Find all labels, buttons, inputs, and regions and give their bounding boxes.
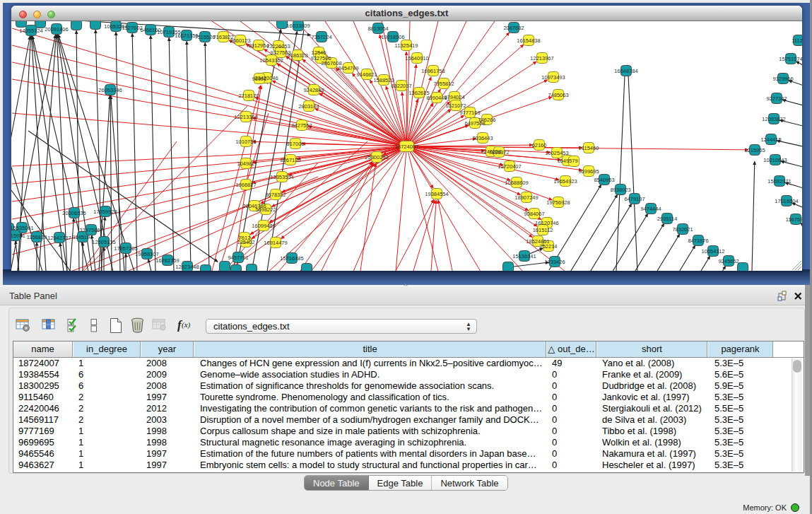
svg-text:18907249: 18907249 <box>514 194 538 201</box>
svg-text:12213967: 12213967 <box>530 55 553 62</box>
svg-text:5698222: 5698222 <box>255 206 276 213</box>
svg-text:15751074: 15751074 <box>779 56 802 62</box>
svg-text:20206535: 20206535 <box>62 210 86 216</box>
svg-text:1010755: 1010755 <box>235 139 256 145</box>
svg-text:15692971: 15692971 <box>767 178 791 185</box>
svg-text:12213369: 12213369 <box>234 114 257 120</box>
svg-text:18724007: 18724007 <box>395 144 418 150</box>
svg-text:8267130: 8267130 <box>280 157 300 163</box>
svg-text:16961758: 16961758 <box>421 68 445 74</box>
svg-text:15720407: 15720407 <box>498 163 521 170</box>
svg-text:2803144: 2803144 <box>298 103 319 110</box>
svg-text:1527602: 1527602 <box>122 25 142 31</box>
svg-text:25300293: 25300293 <box>365 154 388 160</box>
svg-text:11325419: 11325419 <box>395 42 418 49</box>
svg-text:26053346: 26053346 <box>98 87 122 93</box>
svg-text:19384554: 19384554 <box>425 191 448 197</box>
svg-text:9242848: 9242848 <box>303 87 324 93</box>
svg-text:16782759: 16782759 <box>155 257 179 264</box>
svg-text:12505135: 12505135 <box>92 239 115 245</box>
svg-text:17359928: 17359928 <box>93 209 117 215</box>
svg-text:15640910: 15640910 <box>405 55 428 62</box>
svg-text:12923448: 12923448 <box>175 264 199 270</box>
svg-text:10543362: 10543362 <box>259 57 283 64</box>
svg-text:14055724: 14055724 <box>19 28 42 34</box>
svg-text:8215955: 8215955 <box>744 147 765 153</box>
svg-text:6479197: 6479197 <box>624 196 645 202</box>
svg-text:10654112: 10654112 <box>702 248 725 255</box>
svg-text:9329966: 9329966 <box>772 76 793 82</box>
svg-text:7357224: 7357224 <box>311 34 331 40</box>
svg-text:9457791: 9457791 <box>228 255 248 261</box>
svg-text:8471676: 8471676 <box>688 238 708 244</box>
svg-text:8678332: 8678332 <box>265 192 286 198</box>
svg-text:13353594: 13353594 <box>270 174 293 180</box>
svg-text:7485063: 7485063 <box>548 92 568 98</box>
svg-text:7612: 7612 <box>239 235 251 241</box>
svg-text:2087682: 2087682 <box>503 25 524 31</box>
svg-text:1156829: 1156829 <box>27 234 47 240</box>
svg-text:17016504: 17016504 <box>775 198 798 204</box>
svg-text:1145194: 1145194 <box>73 234 93 240</box>
svg-text:7515526: 7515526 <box>194 34 215 40</box>
svg-text:9084067: 9084067 <box>524 211 544 217</box>
svg-text:252214: 252214 <box>539 243 557 250</box>
svg-text:7886372: 7886372 <box>488 149 509 156</box>
svg-text:7955812: 7955812 <box>433 81 454 87</box>
svg-text:16914479: 16914479 <box>264 240 287 246</box>
svg-text:9699695: 9699695 <box>578 168 599 175</box>
svg-text:16154838: 16154838 <box>517 37 540 44</box>
svg-text:11123: 11123 <box>792 37 802 44</box>
svg-text:12093872: 12093872 <box>762 116 785 122</box>
svg-text:8813054: 8813054 <box>367 25 388 32</box>
svg-text:8454749: 8454749 <box>338 65 358 71</box>
svg-text:8660123: 8660123 <box>230 37 250 44</box>
svg-text:10688609: 10688609 <box>505 180 528 186</box>
svg-text:16033809: 16033809 <box>286 23 310 29</box>
svg-text:62160: 62160 <box>532 142 547 148</box>
svg-text:9777169: 9777169 <box>459 110 480 116</box>
svg-text:1615112: 1615112 <box>533 227 553 233</box>
svg-text:8912954: 8912954 <box>248 42 269 49</box>
svg-text:1244415: 1244415 <box>760 136 781 143</box>
svg-text:1167533: 1167533 <box>786 216 802 223</box>
svg-text:15716485: 15716485 <box>280 255 303 262</box>
svg-text:1649579: 1649579 <box>557 158 577 164</box>
svg-text:8186328: 8186328 <box>287 52 307 59</box>
svg-text:9115460: 9115460 <box>579 145 599 151</box>
svg-text:15535061: 15535061 <box>11 225 34 231</box>
svg-text:1066827: 1066827 <box>235 182 256 188</box>
svg-text:10210643: 10210643 <box>763 157 787 163</box>
svg-text:8540953: 8540953 <box>594 177 614 183</box>
svg-text:20091406: 20091406 <box>45 26 68 33</box>
svg-text:23226053: 23226053 <box>266 43 290 49</box>
svg-text:12942737: 12942737 <box>47 235 71 241</box>
svg-text:16648784: 16648784 <box>614 68 637 74</box>
svg-text:7832621: 7832621 <box>672 226 693 233</box>
svg-text:19756928: 19756928 <box>546 199 570 206</box>
svg-text:2718170: 2718170 <box>238 93 259 99</box>
svg-text:6794024: 6794024 <box>444 94 464 100</box>
svg-text:19958107: 19958107 <box>135 251 158 257</box>
svg-text:104982: 104982 <box>237 160 254 167</box>
svg-text:1733426: 1733426 <box>544 259 565 265</box>
svg-text:8938923: 8938923 <box>610 187 630 193</box>
svg-text:98901: 98901 <box>252 76 267 82</box>
svg-text:8427552: 8427552 <box>291 122 312 129</box>
svg-text:10973493: 10973493 <box>541 74 565 81</box>
svg-text:33975867: 33975867 <box>79 227 102 233</box>
svg-text:19654923: 19654923 <box>553 178 577 185</box>
svg-text:16120746: 16120746 <box>535 220 558 226</box>
svg-text:10025453: 10025453 <box>545 150 568 156</box>
svg-text:3915931: 3915931 <box>11 233 25 239</box>
svg-text:2036443: 2036443 <box>472 135 493 141</box>
svg-text:16099489: 16099489 <box>252 223 275 229</box>
svg-text:817006: 817006 <box>286 141 304 147</box>
svg-text:9474444: 9474444 <box>640 206 661 212</box>
svg-text:9227342: 9227342 <box>766 95 787 102</box>
svg-text:9245652: 9245652 <box>718 258 739 264</box>
svg-text:15136141: 15136141 <box>512 253 536 259</box>
svg-text:6497568: 6497568 <box>464 120 485 127</box>
svg-text:8322037: 8322037 <box>391 83 411 89</box>
svg-text:19218506: 19218506 <box>381 34 404 40</box>
